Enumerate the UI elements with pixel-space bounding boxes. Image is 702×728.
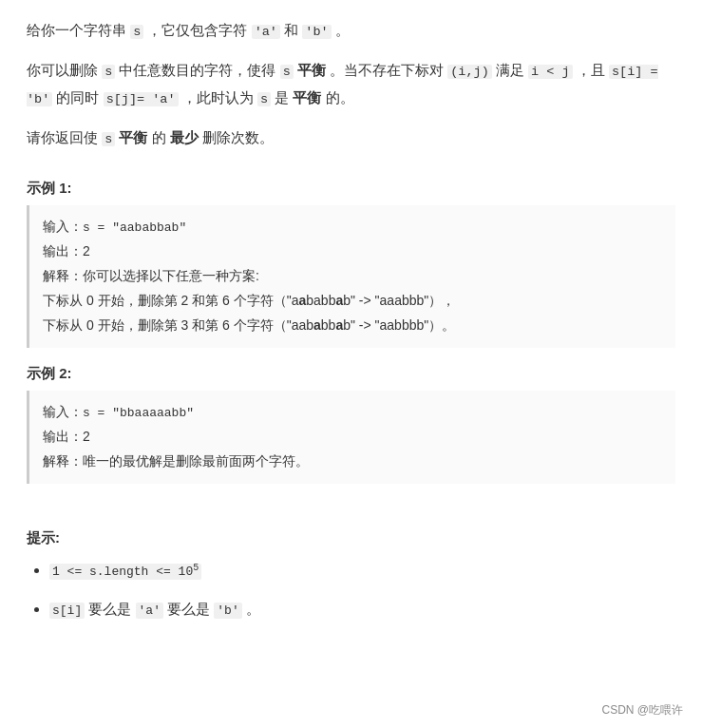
hint-item-2: s[i] 要么是 'a' 要么是 'b' 。	[49, 596, 675, 622]
example-1-explain-header: 解释：你可以选择以下任意一种方案:	[43, 264, 662, 289]
hints-title: 提示:	[27, 529, 675, 547]
request-paragraph: 请你返回使 s 平衡 的 最少 删除次数。	[27, 125, 675, 151]
hints-section: 提示: 1 <= s.length <= 105 s[i] 要么是 'a' 要么…	[27, 529, 675, 623]
output-label: 输出：	[43, 243, 83, 259]
example-1-output: 输出：2	[43, 239, 662, 264]
hint-item-1: 1 <= s.length <= 105	[49, 557, 675, 583]
example-2-title: 示例 2:	[27, 365, 675, 383]
example-1-explain-line1: 下标从 0 开始，删除第 2 和第 6 个字符（"aababbab" -> "a…	[43, 289, 662, 314]
example-2-input: 输入：s = "bbaaaaabb"	[43, 400, 662, 425]
intro-paragraph: 给你一个字符串 s ，它仅包含字符 'a' 和 'b' 。	[27, 17, 675, 44]
example-1-box: 输入：s = "aababbab" 输出：2 解释：你可以选择以下任意一种方案:…	[27, 205, 675, 348]
example-2-section: 示例 2: 输入：s = "bbaaaaabb" 输出：2 解释：唯一的最优解是…	[27, 365, 675, 484]
hints-list: 1 <= s.length <= 105 s[i] 要么是 'a' 要么是 'b…	[27, 557, 675, 623]
problem-description: 给你一个字符串 s ，它仅包含字符 'a' 和 'b' 。 你可以删除 s 中任…	[27, 17, 675, 151]
explain-label-2: 解释：	[43, 453, 83, 469]
output-label-2: 输出：	[43, 429, 83, 444]
example-2-output: 输出：2	[43, 425, 662, 450]
input-label-2: 输入：	[43, 404, 83, 419]
explain-label: 解释：	[43, 268, 83, 283]
example-1-explain-line2: 下标从 0 开始，删除第 3 和第 6 个字符（"aababbab" -> "a…	[43, 314, 662, 338]
example-2-box: 输入：s = "bbaaaaabb" 输出：2 解释：唯一的最优解是删除最前面两…	[27, 391, 675, 484]
watermark: CSDN @吃喂许	[601, 702, 683, 718]
desc-paragraph: 你可以删除 s 中任意数目的字符，使得 s 平衡 。当不存在下标对 (i,j) …	[27, 57, 675, 111]
example-2-explain: 解释：唯一的最优解是删除最前面两个字符。	[43, 450, 662, 474]
example-1-section: 示例 1: 输入：s = "aababbab" 输出：2 解释：你可以选择以下任…	[27, 180, 675, 348]
example-1-title: 示例 1:	[27, 180, 675, 198]
input-label: 输入：	[43, 219, 83, 234]
example-1-input: 输入：s = "aababbab"	[43, 215, 662, 239]
